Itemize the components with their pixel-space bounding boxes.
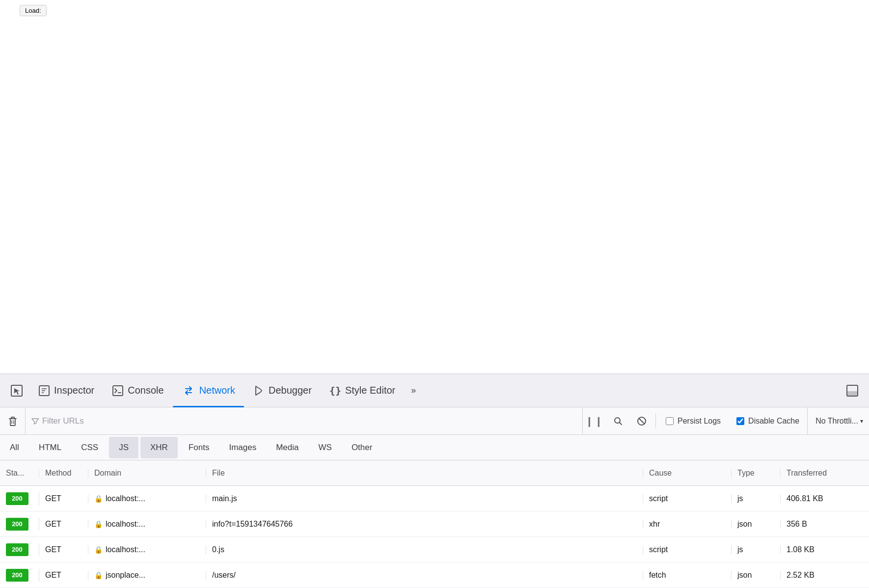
pause-button[interactable]: ❙❙ bbox=[583, 407, 606, 435]
domain-text-1: localhost:... bbox=[106, 520, 145, 529]
cell-domain-0: 🔒 localhost:... bbox=[88, 494, 206, 503]
domain-cell-0: 🔒 localhost:... bbox=[94, 494, 200, 503]
inspector-icon bbox=[38, 385, 50, 397]
domain-text-2: localhost:... bbox=[106, 545, 145, 554]
tab-console[interactable]: Console bbox=[103, 374, 172, 407]
svg-rect-4 bbox=[847, 391, 858, 396]
cell-method-2: GET bbox=[39, 545, 88, 554]
cell-status-0: 200 bbox=[0, 492, 39, 505]
filter-url-input[interactable] bbox=[42, 416, 576, 426]
cell-transferred-3: 2.52 KB bbox=[781, 571, 869, 580]
cell-type-2: js bbox=[732, 545, 781, 554]
filter-tab-html[interactable]: HTML bbox=[29, 435, 71, 460]
dock-icon bbox=[845, 384, 859, 398]
tab-network[interactable]: Network bbox=[173, 374, 244, 407]
cell-transferred-0: 406.81 KB bbox=[781, 494, 869, 503]
status-badge: 200 bbox=[6, 518, 28, 531]
devtools-tab-bar: Inspector Console Network bbox=[0, 374, 869, 407]
status-badge: 200 bbox=[6, 492, 28, 505]
cell-file-0: main.js bbox=[206, 494, 643, 503]
throttle-arrow-icon: ▾ bbox=[860, 418, 863, 425]
header-status: Sta... bbox=[0, 469, 39, 478]
cell-status-1: 200 bbox=[0, 518, 39, 531]
cell-status-2: 200 bbox=[0, 543, 39, 556]
search-button[interactable] bbox=[606, 407, 630, 435]
debugger-tab-label: Debugger bbox=[269, 385, 312, 396]
persist-logs-checkbox[interactable] bbox=[666, 417, 674, 425]
clear-button[interactable] bbox=[0, 407, 26, 435]
filter-tab-fonts[interactable]: Fonts bbox=[179, 435, 219, 460]
tab-debugger[interactable]: Debugger bbox=[244, 374, 321, 407]
table-header-row: Sta... Method Domain File Cause Type Tra… bbox=[0, 460, 869, 486]
disable-cache-group[interactable]: Disable Cache bbox=[729, 417, 807, 426]
dock-button[interactable] bbox=[840, 374, 865, 407]
cell-cause-2: script bbox=[643, 545, 732, 554]
table-row[interactable]: 200 GET 🔒 localhost:... main.js script j… bbox=[0, 486, 869, 511]
domain-text-0: localhost:... bbox=[106, 494, 145, 503]
lock-icon: 🔒 bbox=[94, 520, 103, 528]
network-icon bbox=[182, 384, 195, 398]
cell-transferred-1: 356 B bbox=[781, 520, 869, 529]
tab-inspector[interactable]: Inspector bbox=[29, 374, 103, 407]
block-icon bbox=[637, 416, 647, 426]
header-transferred: Transferred bbox=[781, 469, 869, 478]
table-row[interactable]: 200 GET 🔒 localhost:... 0.js script js 1… bbox=[0, 537, 869, 562]
status-badge: 200 bbox=[6, 543, 28, 556]
filter-tab-media[interactable]: Media bbox=[266, 435, 308, 460]
persist-logs-group[interactable]: Persist Logs bbox=[658, 417, 729, 426]
tab-style-editor[interactable]: {} Style Editor bbox=[321, 374, 404, 407]
cell-method-1: GET bbox=[39, 520, 88, 529]
table-row[interactable]: 200 GET 🔒 localhost:... info?t=159134764… bbox=[0, 511, 869, 537]
lock-icon: 🔒 bbox=[94, 571, 103, 579]
more-tools-button[interactable]: » bbox=[404, 374, 423, 407]
style-editor-tab-label: Style Editor bbox=[345, 385, 395, 396]
header-method: Method bbox=[39, 469, 88, 478]
console-tab-label: Console bbox=[128, 385, 163, 396]
cell-domain-3: 🔒 jsonplace... bbox=[88, 571, 206, 580]
cell-domain-2: 🔒 localhost:... bbox=[88, 545, 206, 554]
filter-url-wrap bbox=[26, 407, 583, 435]
status-badge: 200 bbox=[6, 569, 28, 582]
cell-type-0: js bbox=[732, 494, 781, 503]
table-row[interactable]: 200 GET 🔒 jsonplace... /users/ fetch jso… bbox=[0, 562, 869, 588]
cell-method-0: GET bbox=[39, 494, 88, 503]
trash-icon bbox=[7, 416, 18, 427]
debugger-icon bbox=[253, 385, 265, 397]
filter-tab-xhr[interactable]: XHR bbox=[140, 437, 178, 458]
filter-tab-images[interactable]: Images bbox=[219, 435, 266, 460]
disable-cache-checkbox[interactable] bbox=[736, 417, 744, 425]
load-button[interactable]: Load: bbox=[20, 5, 47, 16]
filter-tab-css[interactable]: CSS bbox=[71, 435, 108, 460]
filter-icon bbox=[31, 417, 39, 425]
pick-element-icon bbox=[10, 384, 24, 398]
cell-cause-0: script bbox=[643, 494, 732, 503]
toolbar-divider-1 bbox=[655, 414, 656, 428]
header-file: File bbox=[206, 469, 643, 478]
filter-tab-ws[interactable]: WS bbox=[309, 435, 342, 460]
filter-tab-other[interactable]: Other bbox=[342, 435, 382, 460]
persist-logs-label: Persist Logs bbox=[678, 417, 721, 426]
cell-type-1: json bbox=[732, 520, 781, 529]
browser-content: Load: bbox=[0, 0, 869, 294]
svg-line-7 bbox=[639, 418, 645, 424]
devtools-panel: Inspector Console Network bbox=[0, 374, 869, 588]
style-editor-icon: {} bbox=[329, 385, 341, 397]
domain-text-3: jsonplace... bbox=[106, 571, 145, 580]
cell-status-3: 200 bbox=[0, 569, 39, 582]
cell-cause-1: xhr bbox=[643, 520, 732, 529]
lock-icon: 🔒 bbox=[94, 546, 103, 554]
filter-tab-all[interactable]: All bbox=[0, 435, 29, 460]
block-request-button[interactable] bbox=[630, 407, 653, 435]
filter-tab-js[interactable]: JS bbox=[109, 437, 138, 458]
cell-file-1: info?t=1591347645766 bbox=[206, 520, 643, 529]
filter-tabs-row: All HTML CSS JS XHR Fonts Images Media W… bbox=[0, 435, 869, 460]
cell-method-3: GET bbox=[39, 571, 88, 580]
disable-cache-label: Disable Cache bbox=[748, 417, 799, 426]
cell-transferred-2: 1.08 KB bbox=[781, 545, 869, 554]
header-cause: Cause bbox=[643, 469, 732, 478]
inspector-tab-label: Inspector bbox=[54, 385, 94, 396]
cell-cause-3: fetch bbox=[643, 571, 732, 580]
throttle-select[interactable]: No Throttli... ▾ bbox=[807, 407, 869, 435]
network-toolbar: ❙❙ Persist Logs Disable Cache No Throttl… bbox=[0, 407, 869, 435]
pick-element-button[interactable] bbox=[4, 374, 29, 407]
